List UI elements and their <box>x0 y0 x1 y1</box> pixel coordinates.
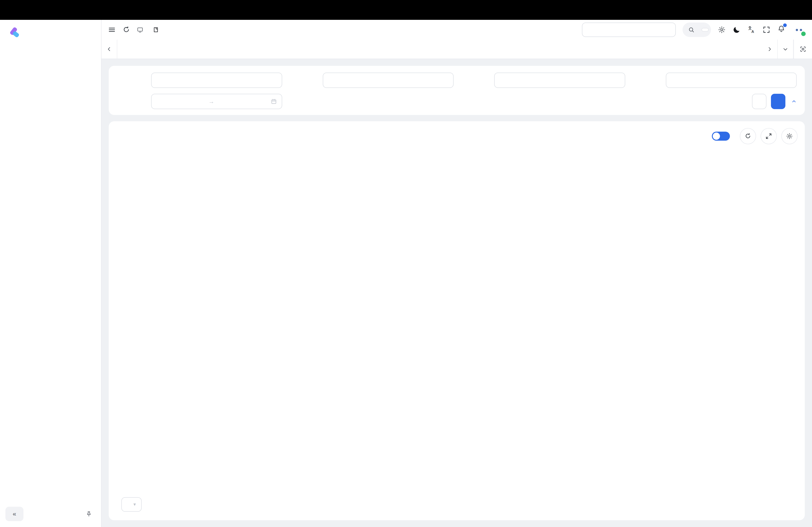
global-search[interactable] <box>683 22 711 37</box>
file-list-panel: ▼ <box>109 121 805 520</box>
tabs-scroll-left-button[interactable] <box>102 40 117 59</box>
translate-icon[interactable]: 文A <box>748 26 756 34</box>
sidebar-footer: « <box>0 503 101 527</box>
svg-text:A: A <box>751 30 754 34</box>
user-avatar[interactable] <box>792 23 806 36</box>
content-fullscreen-button[interactable] <box>794 40 812 59</box>
filter-ext <box>460 73 625 88</box>
chevron-up-icon <box>791 99 797 104</box>
breadcrumb <box>137 26 162 33</box>
content-area: → <box>102 59 812 527</box>
sidebar-pin-button[interactable] <box>82 507 96 521</box>
table-settings-button[interactable] <box>781 128 798 144</box>
ext-input[interactable] <box>494 73 625 88</box>
monitor-icon <box>137 26 143 33</box>
reset-button[interactable] <box>752 94 766 109</box>
app-logo-icon <box>8 26 21 39</box>
hamburger-icon[interactable] <box>108 26 116 34</box>
tabs-scroll-right-button[interactable] <box>762 40 778 59</box>
search-icon <box>688 26 695 33</box>
search-button[interactable] <box>771 94 785 109</box>
filter-created-date: → <box>117 94 282 109</box>
dark-mode-moon-icon[interactable] <box>733 26 741 34</box>
caret-down-icon: ▼ <box>133 502 137 507</box>
fullscreen-icon[interactable] <box>763 26 770 34</box>
settings-gear-icon[interactable] <box>718 26 726 34</box>
screen: « <box>0 0 812 527</box>
refresh-icon[interactable] <box>122 26 130 34</box>
sidebar: « <box>0 20 102 527</box>
online-status-dot <box>800 31 807 37</box>
notifications[interactable] <box>777 25 785 35</box>
filter-filename <box>117 73 282 88</box>
page-size-select[interactable]: ▼ <box>121 497 142 512</box>
pagination: ▼ <box>116 494 798 515</box>
collapse-filters-link[interactable] <box>790 99 797 104</box>
tab-bar <box>102 40 812 59</box>
table-fullscreen-button[interactable] <box>760 128 777 144</box>
config-toggle[interactable] <box>712 132 730 141</box>
filename-input[interactable] <box>151 73 282 88</box>
topbar: 文A <box>102 20 812 40</box>
table-refresh-button[interactable] <box>740 128 756 144</box>
filter-provider <box>632 73 797 88</box>
date-range-input[interactable]: → <box>151 94 282 109</box>
filter-origname <box>289 73 454 88</box>
file-icon <box>153 26 159 33</box>
notification-dot <box>783 24 787 27</box>
origname-input[interactable] <box>323 73 454 88</box>
table-toolbar <box>116 126 798 147</box>
sidebar-collapse-button[interactable]: « <box>5 507 24 521</box>
filter-panel: → <box>109 66 805 115</box>
calendar-icon <box>271 98 277 105</box>
breadcrumb-item-system[interactable] <box>137 26 146 33</box>
search-shortcut-badge <box>702 28 708 31</box>
date-range-arrow: → <box>208 98 214 105</box>
tabs-dropdown-button[interactable] <box>778 40 794 59</box>
filter-actions <box>632 94 797 109</box>
sidebar-menu <box>0 45 101 503</box>
provider-input[interactable] <box>666 73 797 88</box>
logo <box>0 20 101 45</box>
tabs <box>117 40 762 59</box>
tenant-select[interactable] <box>582 22 676 37</box>
breadcrumb-item-file[interactable] <box>153 26 162 33</box>
top-black-bar <box>0 0 812 20</box>
